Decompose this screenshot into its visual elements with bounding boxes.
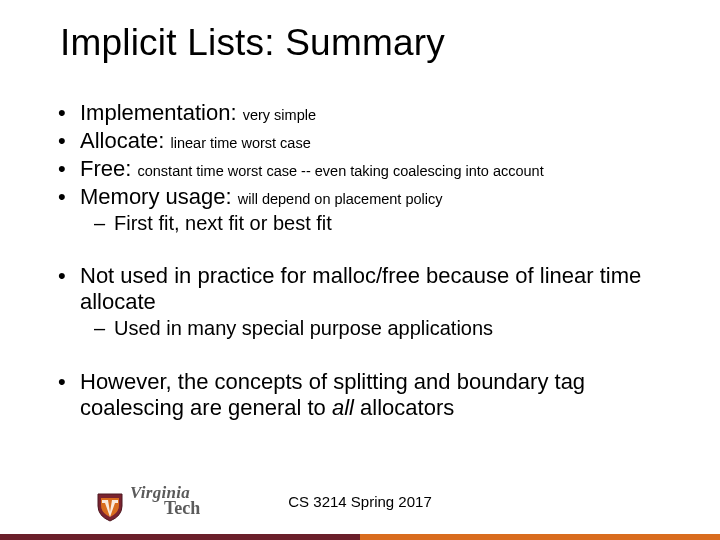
label: Memory usage:: [80, 184, 232, 209]
footer: CS 3214 Spring 2017: [0, 493, 720, 510]
accent-maroon: [0, 534, 360, 540]
bullet-memory-usage: Memory usage: will depend on placement p…: [50, 184, 670, 236]
sub-bullet-fits: First fit, next fit or best fit: [80, 212, 670, 236]
bullet-list: Implementation: very simple Allocate: li…: [50, 100, 670, 235]
detail: linear time worst case: [171, 135, 311, 151]
accent-bar: [0, 534, 720, 540]
label: Free:: [80, 156, 131, 181]
text-part-b: all: [332, 395, 354, 420]
label: Allocate:: [80, 128, 164, 153]
detail: constant time worst case -- even taking …: [137, 163, 543, 179]
accent-orange: [360, 534, 720, 540]
detail: will depend on placement policy: [238, 191, 443, 207]
label: Implementation:: [80, 100, 237, 125]
bullet-implementation: Implementation: very simple: [50, 100, 670, 126]
slide: Implicit Lists: Summary Implementation: …: [0, 0, 720, 540]
text: Not used in practice for malloc/free bec…: [80, 263, 641, 314]
sub-list: First fit, next fit or best fit: [80, 212, 670, 236]
detail: very simple: [243, 107, 316, 123]
sub-bullet-special: Used in many special purpose application…: [80, 317, 670, 341]
bullet-free: Free: constant time worst case -- even t…: [50, 156, 670, 182]
text-part-c: allocators: [354, 395, 454, 420]
bullet-allocate: Allocate: linear time worst case: [50, 128, 670, 154]
slide-body: Implementation: very simple Allocate: li…: [50, 100, 670, 423]
bullet-list-2: Not used in practice for malloc/free bec…: [50, 263, 670, 341]
spacer: [50, 343, 670, 369]
slide-title: Implicit Lists: Summary: [60, 22, 445, 64]
bullet-list-3: However, the concepts of splitting and b…: [50, 369, 670, 421]
spacer: [50, 237, 670, 263]
bullet-however: However, the concepts of splitting and b…: [50, 369, 670, 421]
sub-list-2: Used in many special purpose application…: [80, 317, 670, 341]
bullet-not-used: Not used in practice for malloc/free bec…: [50, 263, 670, 341]
